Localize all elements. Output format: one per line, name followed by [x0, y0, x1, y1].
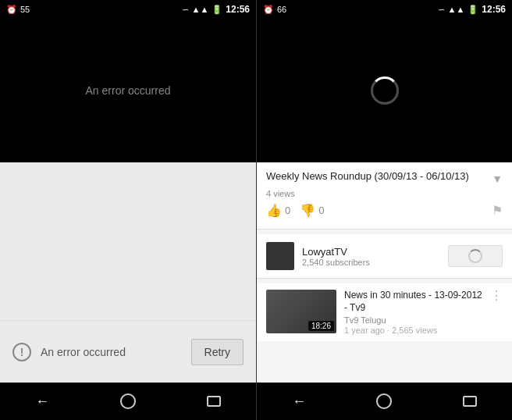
- related-video-title: News in 30 minutes - 13-09-2012 - Tv9: [344, 290, 482, 314]
- right-content-area: Weekly News Roundup (30/09/13 - 06/10/13…: [257, 162, 512, 383]
- related-thumbnail: 18:26: [266, 290, 336, 333]
- channel-name: LowyatTV: [302, 246, 440, 258]
- channel-row: LowyatTV 2,540 subscribers: [257, 234, 512, 279]
- video-views: 4 views: [266, 189, 503, 198]
- channel-subscribers: 2,540 subscribers: [302, 258, 440, 267]
- alarm-count-right: 66: [277, 5, 286, 14]
- signal-icon-left: ▲▲: [192, 5, 209, 14]
- right-video-area: @keyframes spin { to { transform: rotate…: [257, 19, 512, 162]
- alarm-icon-left: ⏰: [6, 5, 17, 15]
- right-home-icon[interactable]: [376, 393, 392, 409]
- more-options-icon[interactable]: ⋮: [490, 290, 503, 302]
- left-video-area: An error occurred: [0, 19, 256, 162]
- like-button[interactable]: 👍 0: [266, 203, 290, 218]
- loading-spinner: [371, 77, 399, 105]
- action-bar: 👍 0 👎 0 ⚑: [266, 198, 503, 222]
- video-info-section: Weekly News Roundup (30/09/13 - 06/10/13…: [257, 162, 512, 230]
- dropdown-icon[interactable]: ▼: [492, 172, 503, 186]
- left-back-icon[interactable]: ←: [35, 393, 49, 410]
- dislike-count: 0: [318, 205, 324, 216]
- video-title-row: Weekly News Roundup (30/09/13 - 06/10/13…: [266, 170, 503, 186]
- left-recent-icon[interactable]: [207, 396, 221, 407]
- left-video-error-message: An error occurred: [86, 84, 171, 97]
- left-status-left: ⏰ 55: [6, 5, 30, 15]
- right-status-right: ∽ ▲▲ 🔋 12:56: [438, 4, 506, 15]
- time-left: 12:56: [226, 4, 250, 15]
- left-status-right: ∽ ▲▲ 🔋 12:56: [182, 4, 250, 15]
- related-video-meta: 1 year ago · 2,565 views: [344, 326, 482, 335]
- left-home-icon[interactable]: [120, 393, 136, 409]
- battery-icon-right: 🔋: [468, 5, 478, 15]
- right-status-bar: ⏰ 66 ∽ ▲▲ 🔋 12:56: [257, 0, 512, 19]
- left-error-bottom: ! An error occurred Retry: [0, 320, 256, 383]
- related-video-item[interactable]: 18:26 News in 30 minutes - 13-09-2012 - …: [257, 283, 512, 341]
- left-status-bar: ⏰ 55 ∽ ▲▲ 🔋 12:56: [0, 0, 256, 19]
- right-status-left: ⏰ 66: [263, 5, 286, 15]
- channel-thumbnail: [266, 242, 294, 270]
- retry-button[interactable]: Retry: [191, 339, 244, 365]
- error-text: An error occurred: [41, 346, 182, 358]
- related-channel-name: Tv9 Telugu: [344, 315, 482, 325]
- signal-icon-right: ▲▲: [448, 5, 465, 14]
- left-nav-bar: ←: [0, 383, 256, 420]
- like-count: 0: [285, 205, 290, 216]
- bluetooth-icon-left: ∽: [182, 5, 189, 15]
- left-error-panel: ! An error occurred Retry: [0, 162, 256, 383]
- duration-badge: 18:26: [308, 321, 334, 331]
- flag-button[interactable]: ⚑: [492, 203, 503, 218]
- right-nav-bar: ←: [257, 383, 512, 420]
- left-error-top: [0, 162, 256, 320]
- bluetooth-icon-right: ∽: [438, 5, 445, 15]
- thumbs-up-icon: 👍: [266, 203, 282, 218]
- subscribe-button[interactable]: [448, 245, 503, 267]
- right-panel: ⏰ 66 ∽ ▲▲ 🔋 12:56 @keyframes spin { to {…: [256, 0, 512, 420]
- right-back-icon[interactable]: ←: [292, 393, 306, 410]
- right-recent-icon[interactable]: [463, 396, 477, 407]
- dislike-button[interactable]: 👎 0: [300, 203, 324, 218]
- thumbs-down-icon: 👎: [300, 203, 315, 218]
- subscribe-spinner: [468, 249, 482, 263]
- related-video-info: News in 30 minutes - 13-09-2012 - Tv9 Tv…: [344, 290, 482, 335]
- channel-info: LowyatTV 2,540 subscribers: [302, 246, 440, 267]
- alarm-count-left: 55: [20, 5, 30, 14]
- time-right: 12:56: [482, 4, 506, 15]
- video-title: Weekly News Roundup (30/09/13 - 06/10/13…: [266, 170, 492, 183]
- battery-icon-left: 🔋: [212, 5, 222, 15]
- error-icon: !: [12, 343, 31, 361]
- left-panel: ⏰ 55 ∽ ▲▲ 🔋 12:56 An error occurred ! An…: [0, 0, 256, 420]
- alarm-icon-right: ⏰: [263, 5, 274, 15]
